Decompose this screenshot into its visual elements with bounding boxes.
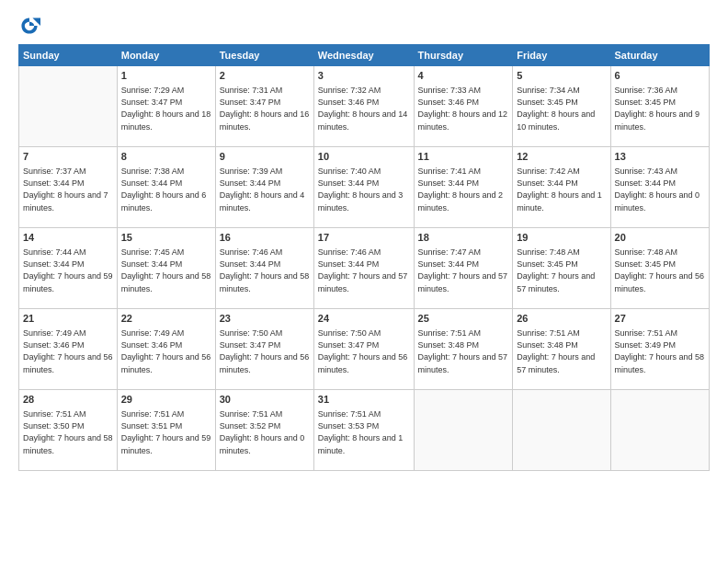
day-number: 19 bbox=[517, 231, 606, 245]
day-content: Sunrise: 7:46 AMSunset: 3:44 PMDaylight:… bbox=[220, 247, 310, 294]
day-content: Sunrise: 7:38 AMSunset: 3:44 PMDaylight:… bbox=[121, 166, 211, 213]
day-content: Sunrise: 7:47 AMSunset: 3:44 PMDaylight:… bbox=[418, 247, 509, 294]
day-content: Sunrise: 7:51 AMSunset: 3:50 PMDaylight:… bbox=[23, 408, 113, 456]
day-number: 5 bbox=[517, 69, 606, 83]
day-number: 12 bbox=[517, 150, 606, 164]
table-row: 9Sunrise: 7:39 AMSunset: 3:44 PMDaylight… bbox=[215, 147, 313, 228]
table-row: 21Sunrise: 7:49 AMSunset: 3:46 PMDayligh… bbox=[19, 309, 118, 390]
day-content: Sunrise: 7:31 AMSunset: 3:47 PMDaylight:… bbox=[220, 85, 310, 132]
day-content: Sunrise: 7:49 AMSunset: 3:46 PMDaylight:… bbox=[121, 327, 211, 375]
page-header bbox=[18, 15, 710, 37]
table-row: 17Sunrise: 7:46 AMSunset: 3:44 PMDayligh… bbox=[313, 228, 414, 309]
day-content: Sunrise: 7:33 AMSunset: 3:46 PMDaylight:… bbox=[418, 85, 509, 132]
calendar-page: Sunday Monday Tuesday Wednesday Thursday… bbox=[0, 0, 728, 563]
day-number: 16 bbox=[220, 231, 310, 245]
day-number: 2 bbox=[220, 69, 310, 83]
day-content: Sunrise: 7:44 AMSunset: 3:44 PMDaylight:… bbox=[23, 247, 113, 294]
day-number: 1 bbox=[121, 69, 211, 83]
table-row: 29Sunrise: 7:51 AMSunset: 3:51 PMDayligh… bbox=[117, 390, 215, 471]
day-content: Sunrise: 7:42 AMSunset: 3:44 PMDaylight:… bbox=[517, 166, 606, 213]
day-number: 28 bbox=[23, 393, 113, 407]
col-monday: Monday bbox=[117, 45, 215, 66]
table-row: 13Sunrise: 7:43 AMSunset: 3:44 PMDayligh… bbox=[610, 147, 709, 228]
day-number: 29 bbox=[121, 393, 211, 407]
table-row: 6Sunrise: 7:36 AMSunset: 3:45 PMDaylight… bbox=[610, 66, 709, 147]
day-number: 8 bbox=[121, 150, 211, 164]
table-row: 2Sunrise: 7:31 AMSunset: 3:47 PMDaylight… bbox=[215, 66, 313, 147]
day-content: Sunrise: 7:45 AMSunset: 3:44 PMDaylight:… bbox=[121, 247, 211, 294]
table-row: 3Sunrise: 7:32 AMSunset: 3:46 PMDaylight… bbox=[313, 66, 414, 147]
day-number: 7 bbox=[23, 150, 113, 164]
day-number: 31 bbox=[318, 393, 410, 407]
day-content: Sunrise: 7:41 AMSunset: 3:44 PMDaylight:… bbox=[418, 166, 509, 213]
table-row: 1Sunrise: 7:29 AMSunset: 3:47 PMDaylight… bbox=[117, 66, 215, 147]
day-number: 6 bbox=[615, 69, 705, 83]
day-content: Sunrise: 7:29 AMSunset: 3:47 PMDaylight:… bbox=[121, 85, 211, 132]
table-row: 10Sunrise: 7:40 AMSunset: 3:44 PMDayligh… bbox=[313, 147, 414, 228]
day-content: Sunrise: 7:50 AMSunset: 3:47 PMDaylight:… bbox=[318, 327, 410, 375]
table-row: 19Sunrise: 7:48 AMSunset: 3:45 PMDayligh… bbox=[513, 228, 610, 309]
day-number: 25 bbox=[418, 312, 509, 326]
table-row: 20Sunrise: 7:48 AMSunset: 3:45 PMDayligh… bbox=[610, 228, 709, 309]
table-row: 18Sunrise: 7:47 AMSunset: 3:44 PMDayligh… bbox=[414, 228, 513, 309]
calendar-week-row: 21Sunrise: 7:49 AMSunset: 3:46 PMDayligh… bbox=[19, 309, 710, 390]
day-content: Sunrise: 7:51 AMSunset: 3:52 PMDaylight:… bbox=[220, 408, 310, 456]
table-row: 16Sunrise: 7:46 AMSunset: 3:44 PMDayligh… bbox=[215, 228, 313, 309]
col-thursday: Thursday bbox=[414, 45, 513, 66]
col-sunday: Sunday bbox=[19, 45, 118, 66]
table-row: 11Sunrise: 7:41 AMSunset: 3:44 PMDayligh… bbox=[414, 147, 513, 228]
col-saturday: Saturday bbox=[610, 45, 709, 66]
day-number: 26 bbox=[517, 312, 606, 326]
col-friday: Friday bbox=[513, 45, 610, 66]
table-row: 8Sunrise: 7:38 AMSunset: 3:44 PMDaylight… bbox=[117, 147, 215, 228]
table-row: 28Sunrise: 7:51 AMSunset: 3:50 PMDayligh… bbox=[19, 390, 118, 471]
table-row: 31Sunrise: 7:51 AMSunset: 3:53 PMDayligh… bbox=[313, 390, 414, 471]
calendar-week-row: 1Sunrise: 7:29 AMSunset: 3:47 PMDaylight… bbox=[19, 66, 710, 147]
day-number: 18 bbox=[418, 231, 509, 245]
table-row: 30Sunrise: 7:51 AMSunset: 3:52 PMDayligh… bbox=[215, 390, 313, 471]
day-number: 13 bbox=[615, 150, 705, 164]
day-number: 10 bbox=[318, 150, 410, 164]
day-number: 24 bbox=[318, 312, 410, 326]
day-number: 30 bbox=[220, 393, 310, 407]
day-number: 22 bbox=[121, 312, 211, 326]
table-row: 23Sunrise: 7:50 AMSunset: 3:47 PMDayligh… bbox=[215, 309, 313, 390]
day-content: Sunrise: 7:51 AMSunset: 3:49 PMDaylight:… bbox=[615, 327, 705, 375]
table-row: 14Sunrise: 7:44 AMSunset: 3:44 PMDayligh… bbox=[19, 228, 118, 309]
table-row bbox=[19, 66, 118, 147]
table-row: 12Sunrise: 7:42 AMSunset: 3:44 PMDayligh… bbox=[513, 147, 610, 228]
day-content: Sunrise: 7:51 AMSunset: 3:51 PMDaylight:… bbox=[121, 408, 211, 456]
table-row: 4Sunrise: 7:33 AMSunset: 3:46 PMDaylight… bbox=[414, 66, 513, 147]
day-content: Sunrise: 7:51 AMSunset: 3:53 PMDaylight:… bbox=[318, 408, 410, 456]
day-number: 14 bbox=[23, 231, 113, 245]
calendar-week-row: 28Sunrise: 7:51 AMSunset: 3:50 PMDayligh… bbox=[19, 390, 710, 471]
day-number: 23 bbox=[220, 312, 310, 326]
table-row: 26Sunrise: 7:51 AMSunset: 3:48 PMDayligh… bbox=[513, 309, 610, 390]
day-content: Sunrise: 7:34 AMSunset: 3:45 PMDaylight:… bbox=[517, 85, 606, 132]
table-row: 27Sunrise: 7:51 AMSunset: 3:49 PMDayligh… bbox=[610, 309, 709, 390]
day-content: Sunrise: 7:48 AMSunset: 3:45 PMDaylight:… bbox=[517, 247, 606, 294]
table-row bbox=[610, 390, 709, 471]
table-row bbox=[513, 390, 610, 471]
day-content: Sunrise: 7:37 AMSunset: 3:44 PMDaylight:… bbox=[23, 166, 113, 213]
day-number: 21 bbox=[23, 312, 113, 326]
day-content: Sunrise: 7:50 AMSunset: 3:47 PMDaylight:… bbox=[220, 327, 310, 375]
table-row: 15Sunrise: 7:45 AMSunset: 3:44 PMDayligh… bbox=[117, 228, 215, 309]
day-number: 11 bbox=[418, 150, 509, 164]
col-tuesday: Tuesday bbox=[215, 45, 313, 66]
day-content: Sunrise: 7:36 AMSunset: 3:45 PMDaylight:… bbox=[615, 85, 705, 132]
table-row: 25Sunrise: 7:51 AMSunset: 3:48 PMDayligh… bbox=[414, 309, 513, 390]
day-number: 4 bbox=[418, 69, 509, 83]
day-number: 17 bbox=[318, 231, 410, 245]
col-wednesday: Wednesday bbox=[313, 45, 414, 66]
table-row bbox=[414, 390, 513, 471]
day-content: Sunrise: 7:32 AMSunset: 3:46 PMDaylight:… bbox=[318, 85, 410, 132]
day-content: Sunrise: 7:43 AMSunset: 3:44 PMDaylight:… bbox=[615, 166, 705, 213]
day-number: 9 bbox=[220, 150, 310, 164]
table-row: 24Sunrise: 7:50 AMSunset: 3:47 PMDayligh… bbox=[313, 309, 414, 390]
table-row: 7Sunrise: 7:37 AMSunset: 3:44 PMDaylight… bbox=[19, 147, 118, 228]
day-number: 3 bbox=[318, 69, 410, 83]
day-number: 15 bbox=[121, 231, 211, 245]
calendar-week-row: 14Sunrise: 7:44 AMSunset: 3:44 PMDayligh… bbox=[19, 228, 710, 309]
day-content: Sunrise: 7:39 AMSunset: 3:44 PMDaylight:… bbox=[220, 166, 310, 213]
